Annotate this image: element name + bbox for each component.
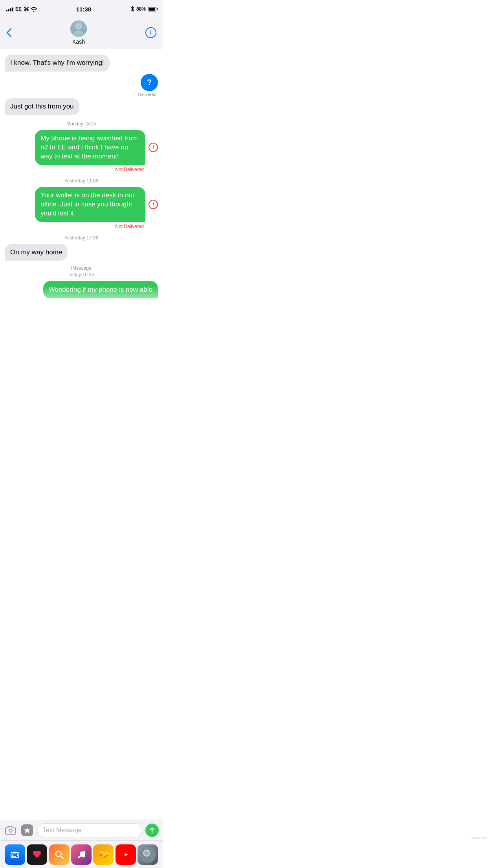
question-mark: ? [147,78,152,87]
signal-bar-2 [8,9,9,11]
timestamp-row: iMessage Today 10:35 [0,265,163,278]
signal-bars [6,7,13,11]
bluetooth-icon [130,6,134,13]
sent-question-bubble: ? [141,74,158,91]
error-icon[interactable]: ! [149,143,158,152]
signal-bar-1 [6,10,7,11]
navigation-header: Kash i [0,17,163,49]
not-delivered-text: Not Delivered [115,224,144,229]
wifi-icon: ⌘ [24,6,37,12]
battery-indicator [148,7,156,11]
sent-bubble: Your wallet is on the desk in our office… [35,187,145,222]
status-left: EE ⌘ [6,6,37,12]
svg-rect-3 [70,20,87,37]
received-bubble: Just got this from you [5,98,79,115]
signal-bar-3 [10,8,11,11]
back-button[interactable] [6,28,12,37]
error-icon[interactable]: ! [149,200,158,209]
status-time: 11:38 [76,6,91,13]
contact-name: Kash [72,39,85,45]
signal-bar-4 [12,7,13,11]
message-text: Just got this from you [10,103,74,110]
message-text: On my way home [10,248,62,256]
carrier-label: EE [15,6,22,12]
message-row: I know. That's why I'm worrying! [5,55,158,72]
battery-icon [148,7,156,11]
not-delivered-text: Not Delivered [115,167,144,172]
timestamp-row: Yesterday 11:09 [0,177,163,184]
info-icon: i [150,29,152,36]
battery-percent: 88% [136,6,146,12]
timestamp-text: iMessage [0,265,163,271]
status-bar: EE ⌘ 11:38 88% [0,0,163,17]
message-row: On my way home [5,244,158,261]
message-text: I know. That's why I'm worrying! [10,59,104,66]
battery-fill [149,8,155,11]
not-delivered-row: Not Delivered [0,167,144,172]
message-row: Your wallet is on the desk in our office… [5,187,158,222]
timestamp-text: Yesterday 17:36 [64,235,98,241]
message-text: My phone is being switched from o2 to EE… [40,134,138,160]
message-row: Just got this from you [5,98,158,115]
received-bubble: On my way home [5,244,68,261]
not-delivered-row: Not Delivered [0,224,144,229]
messages-area: I know. That's why I'm worrying! ? Deliv… [0,49,163,331]
message-text: Your wallet is on the desk in our office… [40,191,134,217]
timestamp-row: Yesterday 17:36 [0,234,163,241]
contact-avatar [70,20,87,37]
received-bubble: I know. That's why I'm worrying! [5,55,110,72]
partial-bubble: Wondering if my phone is now able [43,281,158,298]
timestamp-row: Monday 18:25 [0,120,163,127]
status-right: 88% [130,6,156,13]
timestamp-text: Today 10:35 [68,272,94,278]
sent-bubble: My phone is being switched from o2 to EE… [35,130,145,165]
info-button[interactable]: i [145,27,156,38]
message-row: My phone is being switched from o2 to EE… [5,130,158,165]
timestamp-text: Monday 18:25 [66,121,96,127]
timestamp-text: Yesterday 11:09 [64,178,98,184]
partial-message-row: Wondering if my phone is now able [5,281,158,298]
contact-info[interactable]: Kash [70,20,87,45]
delivered-label: Delivered [138,92,156,97]
